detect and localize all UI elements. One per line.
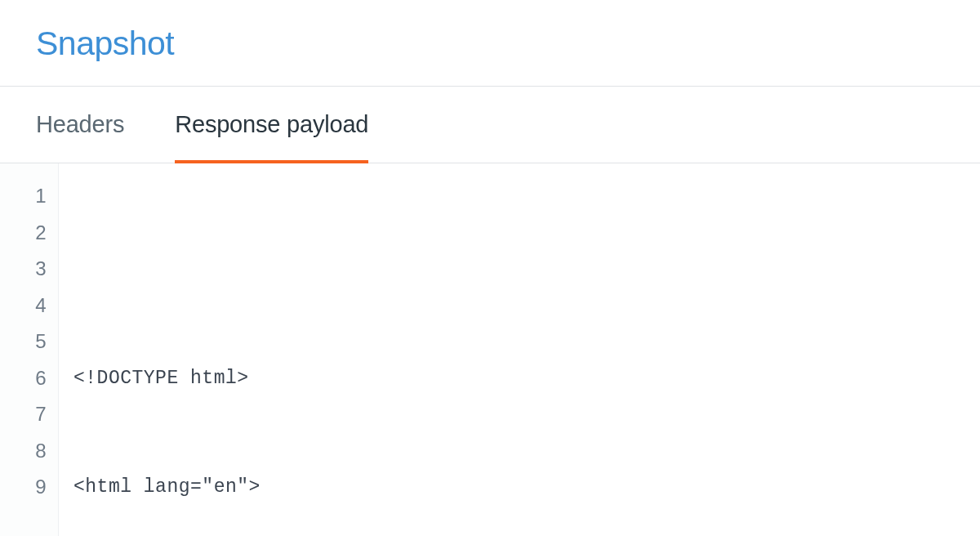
line-number: 9 (0, 469, 47, 506)
tab-response-payload[interactable]: Response payload (175, 87, 368, 163)
line-number: 3 (0, 251, 47, 288)
code-line: <html lang="en"> (74, 469, 821, 506)
line-number-gutter: 1 2 3 4 5 6 7 8 9 (0, 163, 59, 536)
code-content[interactable]: <!DOCTYPE html> <html lang="en"> <head> … (59, 163, 821, 536)
tab-headers[interactable]: Headers (36, 87, 124, 163)
line-number: 1 (0, 178, 47, 215)
line-number: 8 (0, 433, 47, 470)
line-number: 4 (0, 288, 47, 324)
page-title: Snapshot (0, 0, 980, 86)
line-number: 7 (0, 396, 47, 433)
line-number: 6 (0, 360, 47, 397)
code-viewer: 1 2 3 4 5 6 7 8 9 <!DOCTYPE html> <html … (0, 163, 980, 536)
line-number: 2 (0, 215, 47, 252)
line-number: 5 (0, 324, 47, 360)
code-line (74, 251, 821, 288)
tabs-bar: Headers Response payload (0, 87, 980, 163)
code-line: <!DOCTYPE html> (74, 360, 821, 397)
